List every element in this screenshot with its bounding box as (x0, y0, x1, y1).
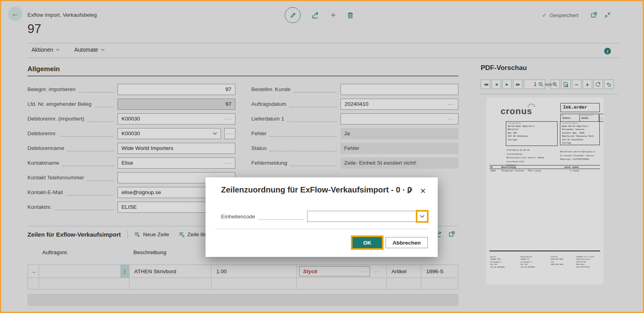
dialog-title: Zeilenzuordnung für ExFlow-Verkaufsimpor… (221, 185, 412, 194)
einheitencode-input[interactable] (307, 211, 428, 222)
close-dialog-button[interactable]: × (420, 186, 426, 196)
cancel-button[interactable]: Abbrechen (386, 237, 428, 248)
modal-backdrop (1, 1, 643, 312)
line-mapping-dialog: Zeilenzuordnung für ExFlow-Verkaufsimpor… (206, 177, 438, 257)
ok-button[interactable]: OK (352, 237, 382, 248)
einheitencode-dropdown-button[interactable] (417, 212, 427, 221)
expand-dialog-button[interactable] (407, 188, 413, 194)
app-window: ← Exflow import. Verkaufsbeleg + ✓ Gespe… (0, 0, 644, 313)
einheitencode-label: Einheitencode (221, 214, 255, 220)
dotted-leader (258, 217, 303, 220)
chevron-down-icon (420, 215, 425, 218)
dialog-divider (215, 229, 428, 229)
